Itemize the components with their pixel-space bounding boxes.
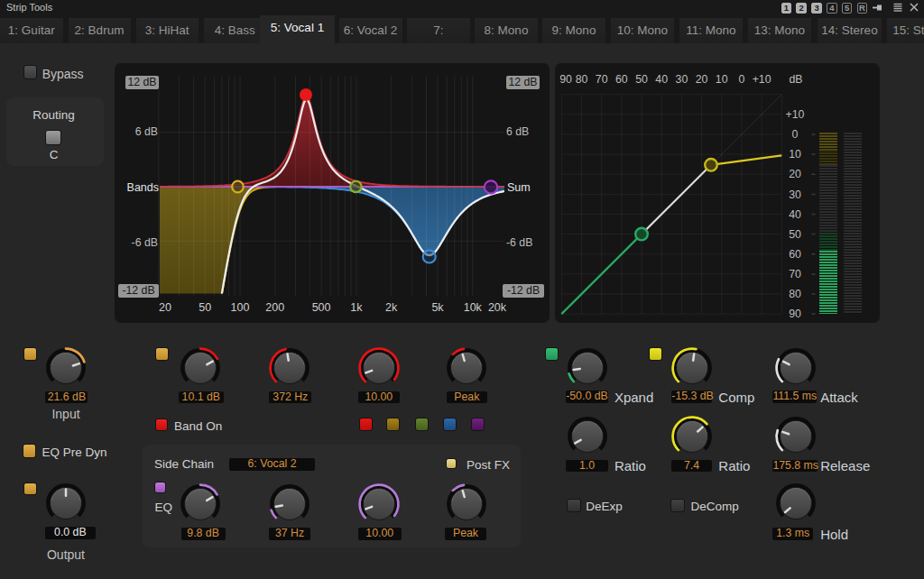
svg-text:50: 50 [789, 227, 801, 240]
svg-text:6 dB: 6 dB [506, 125, 529, 138]
svg-text:+10: +10 [753, 73, 772, 86]
svg-text:10: 10 [716, 73, 728, 86]
svg-text:60: 60 [789, 247, 801, 260]
svg-text:0: 0 [738, 73, 744, 86]
svg-text:-6 dB: -6 dB [132, 236, 158, 249]
svg-text:dB: dB [789, 73, 802, 86]
svg-text:20: 20 [789, 168, 801, 180]
svg-text:50: 50 [199, 300, 211, 313]
svg-text:2k: 2k [385, 300, 398, 313]
svg-text:80: 80 [576, 73, 588, 86]
svg-text:10k: 10k [464, 300, 483, 313]
svg-text:50: 50 [635, 73, 648, 86]
svg-text:70: 70 [789, 268, 801, 280]
svg-text:200: 200 [265, 300, 284, 313]
svg-text:500: 500 [312, 300, 331, 313]
svg-text:10: 10 [789, 148, 801, 161]
svg-text:30: 30 [676, 73, 688, 86]
svg-text:40: 40 [655, 73, 668, 86]
svg-text:90: 90 [789, 308, 801, 320]
svg-text:70: 70 [596, 73, 608, 86]
svg-text:+10: +10 [786, 108, 805, 121]
svg-text:5k: 5k [431, 300, 444, 313]
svg-text:6 dB: 6 dB [135, 125, 158, 138]
svg-text:40: 40 [789, 207, 801, 220]
svg-text:30: 30 [789, 188, 801, 200]
svg-text:100: 100 [231, 300, 250, 313]
svg-text:20k: 20k [488, 300, 507, 313]
svg-text:60: 60 [615, 73, 628, 86]
svg-text:Bands: Bands [127, 181, 159, 194]
svg-text:-6 dB: -6 dB [506, 236, 532, 249]
svg-text:90: 90 [559, 73, 572, 86]
svg-text:1k: 1k [350, 300, 363, 313]
svg-text:20: 20 [159, 300, 171, 313]
svg-text:Sum: Sum [507, 181, 531, 194]
svg-text:0: 0 [792, 128, 799, 141]
svg-text:80: 80 [789, 288, 801, 300]
svg-text:20: 20 [696, 73, 708, 86]
